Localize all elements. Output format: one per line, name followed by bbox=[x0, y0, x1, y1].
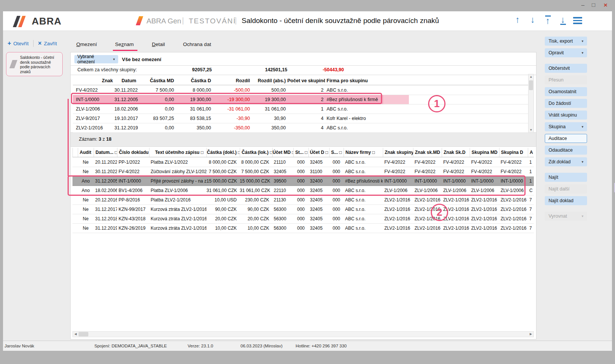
chevron-down-icon: ▼ bbox=[581, 125, 584, 129]
column-header[interactable]: Číslo dokladu □ bbox=[117, 148, 149, 157]
column-header[interactable]: Účet D □ bbox=[308, 148, 329, 157]
action-button[interactable]: Najít další ▼ bbox=[545, 184, 587, 194]
arrow-down-icon[interactable]: ↓ bbox=[527, 15, 538, 24]
action-button-label: Skupina bbox=[549, 124, 566, 129]
groups-table-scrollbar[interactable]: ▲ ▼ bbox=[528, 74, 534, 133]
action-button[interactable]: Najít ▼ bbox=[545, 173, 587, 182]
cell-firma: ABC s.r.o. bbox=[325, 123, 533, 132]
arrow-to-top-icon[interactable]: ↑ bbox=[542, 15, 553, 25]
workspace-card[interactable]: Saldokonto - účetní deník souvztažně pod… bbox=[6, 52, 63, 76]
action-button-label: Odauditace bbox=[549, 147, 573, 153]
column-header[interactable]: Počet ve skupině bbox=[287, 76, 325, 85]
maximize-icon[interactable]: □ bbox=[589, 2, 598, 8]
tab[interactable]: Ochrana dat bbox=[182, 39, 212, 51]
column-header[interactable]: Částka (dokl.) □ bbox=[207, 148, 240, 157]
journal-row[interactable]: Ne 31.12.2017 KZN-99/2017 Kurzová ztráta… bbox=[72, 205, 534, 214]
environment-name: TESTOVÁNÍ bbox=[189, 17, 236, 25]
cell-datum: 31.12.2005 bbox=[94, 177, 117, 186]
column-header[interactable]: Částka D bbox=[176, 76, 213, 85]
column-header[interactable]: Firma pro skupinu bbox=[325, 76, 533, 85]
restriction-preset-dropdown[interactable]: Vybrané omezení ▼ bbox=[74, 55, 118, 63]
column-header[interactable]: Datum... □ bbox=[94, 148, 117, 157]
tab[interactable]: Omezení bbox=[76, 39, 98, 51]
column-header[interactable]: S... □ bbox=[329, 148, 344, 157]
column-header[interactable]: A bbox=[528, 148, 534, 157]
open-button[interactable]: Otevřít bbox=[13, 41, 29, 46]
column-header[interactable]: Účet MD □ bbox=[272, 148, 293, 157]
group-row[interactable]: INT-1/0000 31.12.2005 0,00 19 300,00 -19… bbox=[73, 95, 533, 104]
action-button[interactable]: Opravit ▼ bbox=[545, 48, 587, 57]
cell-a: 7 bbox=[528, 224, 534, 233]
scrollbar-thumb[interactable] bbox=[529, 80, 533, 90]
close-icon[interactable]: × bbox=[601, 2, 610, 9]
column-header[interactable]: Částka MD bbox=[138, 76, 176, 85]
cell-znak-skupiny: ZLV2-1/2016 bbox=[383, 214, 413, 223]
action-button[interactable]: Auditace ▼ bbox=[545, 134, 587, 143]
scroll-down-icon[interactable]: ▼ bbox=[529, 127, 533, 132]
hamburger-menu-icon[interactable] bbox=[573, 17, 584, 26]
column-header[interactable]: Rozdíl (abs.) bbox=[251, 76, 287, 85]
tab-label: Ochrana dat bbox=[183, 41, 211, 47]
action-button[interactable]: Najít doklad ▼ bbox=[545, 196, 587, 205]
action-button[interactable]: Vrátit skupinu ▼ bbox=[545, 111, 587, 120]
action-button[interactable]: Do žádostí ▼ bbox=[545, 99, 587, 108]
column-header[interactable]: Název firmy □ bbox=[344, 148, 383, 157]
cell-ucet-d: 32405 bbox=[308, 224, 329, 233]
cell-s: 000 bbox=[329, 158, 344, 167]
column-header[interactable]: Text účetního zápisu □ bbox=[149, 148, 207, 157]
journal-row[interactable]: Ne 20.11.2022 PP-1/2022 Platba ZLV-1/202… bbox=[72, 158, 534, 167]
journal-row[interactable]: Ano 31.12.2005 INT-1/0000 Přijté provozn… bbox=[72, 177, 534, 186]
cell-cislo-dokladu: PP-1/2022 bbox=[117, 158, 149, 167]
group-row[interactable]: ZLV2-1/2016 31.12.2019 0,00 350,00 -350,… bbox=[73, 123, 533, 133]
action-button[interactable]: Osamostatnit ▼ bbox=[545, 87, 587, 96]
arrow-up-icon[interactable]: ↑ bbox=[512, 15, 523, 24]
scroll-right-icon[interactable]: ▶ bbox=[528, 332, 533, 337]
group-row[interactable]: FV-4/2022 30.11.2022 7 500,00 8 000,00 -… bbox=[73, 86, 533, 95]
column-header[interactable]: Audit bbox=[78, 148, 94, 157]
scrollbar-thumb[interactable] bbox=[79, 332, 88, 336]
group-row[interactable]: ZLV-1/2006 18.02.2006 0,00 31 061,00 -31… bbox=[73, 104, 533, 114]
group-row[interactable]: ZLV-9/2017 19.10.2017 83 507,25 83 538,1… bbox=[73, 114, 533, 123]
action-button[interactable]: Zdr.doklad ▼ bbox=[545, 157, 587, 166]
minimize-icon[interactable]: – bbox=[579, 2, 587, 8]
journal-horizontal-scrollbar[interactable]: ◀ ▶ bbox=[72, 331, 534, 337]
action-button[interactable]: Vyrovnat ▼ bbox=[545, 212, 587, 221]
journal-row[interactable]: Ne 20.12.2016 PP-8/2016 Platba ZLV2-1/20… bbox=[72, 195, 534, 205]
close-workspace-button[interactable]: Zavřít bbox=[44, 41, 57, 46]
column-header[interactable]: Znak Sk.D bbox=[442, 148, 470, 157]
column-header[interactable]: Skupina D bbox=[499, 148, 528, 157]
arrow-to-bottom-icon[interactable]: ↓ bbox=[557, 15, 569, 25]
column-header[interactable]: Částka (lok.) □ bbox=[240, 148, 272, 157]
column-header[interactable]: Rozdíl bbox=[213, 76, 251, 85]
journal-row[interactable]: Ne 31.12.2018 KZN-43/2018 Kurzová ztráta… bbox=[72, 214, 534, 224]
cell-skupina-d: INT-1/0000 bbox=[499, 177, 528, 186]
record-total: 18 bbox=[106, 137, 111, 142]
cell-st: 000 bbox=[293, 177, 308, 186]
tab-accesskey: O bbox=[76, 41, 80, 47]
action-button[interactable]: Skupina ▼ bbox=[545, 122, 587, 131]
column-header[interactable]: Datum bbox=[114, 76, 138, 85]
action-button[interactable]: Přesun ▼ bbox=[545, 75, 587, 84]
column-header[interactable]: Znak bbox=[73, 76, 114, 85]
cell-castka-d: 31 061,00 bbox=[176, 104, 213, 114]
tab[interactable]: Seznam bbox=[114, 39, 135, 51]
action-button[interactable]: Občerstvit ▼ bbox=[545, 64, 587, 73]
journal-row[interactable]: Ne 30.11.2022 FV-4/2022 Zúčtování zálohy… bbox=[72, 167, 534, 177]
scroll-up-icon[interactable]: ▲ bbox=[529, 74, 533, 79]
cell-st: 000 bbox=[293, 167, 308, 176]
cell-text-zapisu: Kurzová ztráta ZLV2-1/2016 bbox=[149, 214, 207, 223]
journal-row[interactable]: Ne 31.12.2019 KZN-26/2019 Kurzová ztráta… bbox=[72, 224, 534, 233]
column-header[interactable]: Znak skupiny □ bbox=[383, 148, 413, 157]
column-header[interactable]: Skupina MD bbox=[470, 148, 499, 157]
abra-logo-text: ABRA bbox=[32, 15, 62, 27]
column-header[interactable]: Znak sk.MD bbox=[413, 148, 442, 157]
cell-pocet: 1 bbox=[287, 104, 325, 114]
action-button[interactable]: Tisk, export ▼ bbox=[545, 37, 587, 46]
journal-row[interactable]: Ano 18.02.2006 BV1-4/2006 Platba ZLV-1/2… bbox=[72, 186, 534, 195]
tab[interactable]: Detail bbox=[151, 39, 166, 51]
scroll-left-icon[interactable]: ◀ bbox=[73, 332, 78, 337]
cell-skupina-md: FV-4/2022 bbox=[470, 167, 499, 176]
column-header[interactable]: St... □ bbox=[293, 148, 308, 157]
column-header[interactable] bbox=[72, 148, 78, 157]
action-button[interactable]: Odauditace ▼ bbox=[545, 146, 587, 155]
